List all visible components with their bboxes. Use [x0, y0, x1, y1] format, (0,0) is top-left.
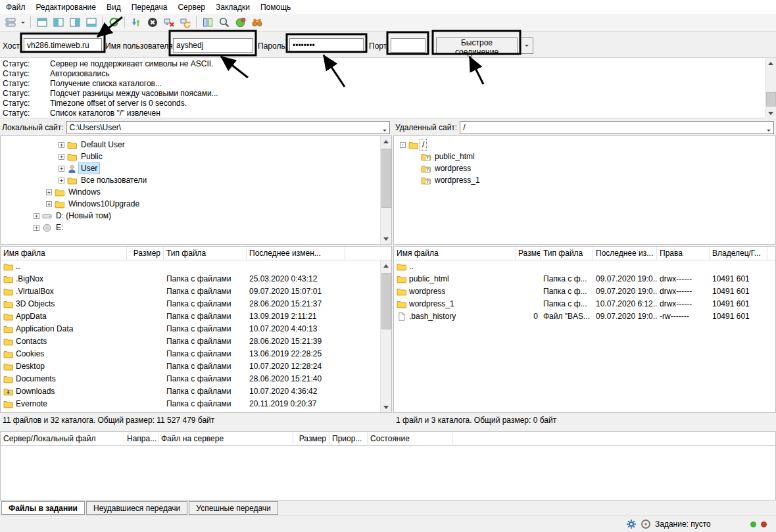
file-row[interactable]: ..: [394, 260, 775, 273]
scrollbar-thumb[interactable]: [381, 273, 391, 329]
scroll-up-icon[interactable]: [381, 260, 391, 271]
toggle-local-tree-icon[interactable]: [50, 15, 66, 30]
file-row[interactable]: .bash_history0Файл "BAS...09.07.2020 19:…: [394, 310, 775, 323]
tree-expander-icon[interactable]: -: [400, 142, 406, 148]
tree-item[interactable]: +E:: [1, 222, 391, 233]
column-header[interactable]: Тип файла: [164, 247, 247, 260]
local-tree-scrollbar[interactable]: [380, 136, 391, 244]
column-header[interactable]: Имя файла: [394, 247, 516, 260]
column-header[interactable]: Права: [657, 247, 710, 260]
menu-item-1[interactable]: Файл: [1, 1, 31, 14]
file-row[interactable]: 3D ObjectsПапка с файлами28.06.2020 15:2…: [1, 298, 391, 310]
column-header[interactable]: Размер: [516, 247, 541, 260]
file-row[interactable]: wordpress_1Папка с ф...10.07.2020 6:12..…: [394, 298, 775, 310]
site-manager-icon[interactable]: [2, 15, 18, 30]
menu-item-5[interactable]: Сервер: [172, 1, 210, 14]
tree-item[interactable]: +Public: [1, 151, 391, 162]
tree-item[interactable]: +Windows: [1, 186, 391, 198]
column-header[interactable]: Последнее измен...: [247, 247, 345, 260]
file-row[interactable]: .BigNoxПапка с файлами25.03.2020 0:43:12: [1, 273, 391, 285]
local-site-combobox[interactable]: C:\Users\User\: [66, 121, 391, 134]
local-files-scrollbar[interactable]: [380, 260, 391, 412]
column-header[interactable]: Размер: [293, 432, 329, 446]
toggle-queue-icon[interactable]: [83, 15, 99, 30]
tree-item[interactable]: public_html: [394, 151, 775, 162]
file-row[interactable]: AppDataПапка с файлами13.09.2019 2:11:21: [1, 310, 391, 323]
search-icon[interactable]: [216, 15, 232, 30]
site-manager-dropdown-icon[interactable]: [18, 15, 28, 30]
column-header[interactable]: Размер: [127, 247, 164, 260]
menu-item-2[interactable]: Редактирование: [31, 1, 101, 14]
log-scrollbar[interactable]: [765, 58, 776, 118]
column-header[interactable]: Файл на сервере: [158, 432, 293, 446]
toggle-remote-tree-icon[interactable]: [66, 15, 83, 30]
menu-item-6[interactable]: Закладки: [210, 1, 255, 14]
file-row[interactable]: DownloadsПапка с файлами10.07.2020 4:36:…: [1, 385, 391, 398]
column-header[interactable]: Тип файла: [541, 247, 593, 260]
tree-expander-icon[interactable]: +: [59, 142, 64, 148]
find-files-icon[interactable]: [249, 15, 265, 30]
scroll-down-icon[interactable]: [765, 108, 776, 118]
menu-item-4[interactable]: Передача: [126, 1, 173, 14]
file-row[interactable]: EvernoteПапка с файлами20.11.2019 0:20:3…: [1, 398, 391, 410]
quickconnect-button[interactable]: Быстрое соединение: [436, 37, 518, 54]
tree-expander-icon[interactable]: +: [46, 189, 52, 195]
scroll-up-icon[interactable]: [381, 136, 391, 147]
disconnect-icon[interactable]: [160, 15, 177, 30]
file-row[interactable]: DocumentsПапка с файлами28.06.2020 15:21…: [1, 373, 391, 385]
file-row[interactable]: wordpressПапка с ф...09.07.2020 19:0...d…: [394, 285, 775, 298]
queue-indicator-icon[interactable]: [641, 519, 651, 529]
cancel-icon[interactable]: [144, 15, 160, 30]
tree-expander-icon[interactable]: +: [59, 154, 64, 160]
port-input[interactable]: [391, 38, 425, 53]
tree-expander-icon[interactable]: +: [34, 213, 39, 219]
column-header[interactable]: Состояние: [368, 432, 453, 446]
tree-expander-icon[interactable]: +: [34, 225, 39, 231]
host-input[interactable]: [24, 38, 102, 53]
remote-site-combobox[interactable]: /: [460, 121, 774, 134]
file-row[interactable]: ContactsПапка с файлами28.06.2020 15:21:…: [1, 335, 391, 348]
column-header[interactable]: Сервер/Локальный файл: [1, 432, 124, 446]
tree-item[interactable]: +User: [1, 162, 391, 174]
chevron-down-icon[interactable]: [383, 130, 387, 133]
password-input[interactable]: [289, 38, 364, 53]
tree-expander-icon[interactable]: +: [46, 201, 52, 207]
scrollbar-thumb[interactable]: [381, 149, 391, 208]
settings-icon[interactable]: [626, 519, 637, 529]
tree-expander-icon[interactable]: +: [59, 166, 64, 172]
toggle-message-log-icon[interactable]: [34, 15, 50, 30]
column-header[interactable]: Имя файла: [1, 247, 127, 260]
sync-browsing-icon[interactable]: [232, 15, 249, 30]
quickconnect-dropdown-icon[interactable]: [520, 37, 533, 54]
tree-item[interactable]: +D: (Новый том): [1, 210, 391, 222]
scrollbar-thumb[interactable]: [766, 92, 776, 107]
column-header[interactable]: Владелец/Г...: [710, 247, 767, 260]
directory-comparison-icon[interactable]: [199, 15, 216, 30]
file-row[interactable]: .VirtualBoxПапка с файлами09.07.2020 15:…: [1, 285, 391, 298]
queue-tab-1[interactable]: Файлы в задании: [1, 501, 85, 515]
refresh-icon[interactable]: [105, 15, 122, 30]
tree-expander-icon[interactable]: +: [59, 178, 64, 183]
tree-item[interactable]: +Windows10Upgrade: [1, 198, 391, 210]
column-header[interactable]: Приор...: [329, 432, 368, 446]
tree-item[interactable]: +Все пользователи: [1, 174, 391, 186]
process-queue-icon[interactable]: [128, 15, 144, 30]
file-row[interactable]: CookiesПапка с файлами13.06.2019 22:28:2…: [1, 348, 391, 360]
tree-item[interactable]: wordpress: [394, 162, 775, 174]
file-row[interactable]: ..: [1, 260, 391, 273]
column-header[interactable]: Последнее из...: [593, 247, 657, 260]
scroll-down-icon[interactable]: [381, 233, 391, 244]
queue-tab-3[interactable]: Успешные передачи: [189, 501, 278, 515]
tree-item[interactable]: wordpress_1: [394, 174, 775, 186]
chevron-down-icon[interactable]: [767, 130, 771, 133]
menu-item-3[interactable]: Вид: [101, 1, 126, 14]
scroll-down-icon[interactable]: [381, 402, 391, 412]
file-row[interactable]: Application DataПапка с файлами10.07.202…: [1, 323, 391, 335]
reconnect-icon[interactable]: [177, 15, 193, 30]
scroll-up-icon[interactable]: [765, 58, 776, 68]
file-row[interactable]: DesktopПапка с файлами10.07.2020 12:28:2…: [1, 360, 391, 373]
username-input[interactable]: [173, 38, 253, 53]
column-header[interactable]: Напра...: [124, 432, 158, 446]
tree-item[interactable]: +Default User: [1, 139, 391, 151]
menu-item-7[interactable]: Помощь: [255, 1, 296, 14]
